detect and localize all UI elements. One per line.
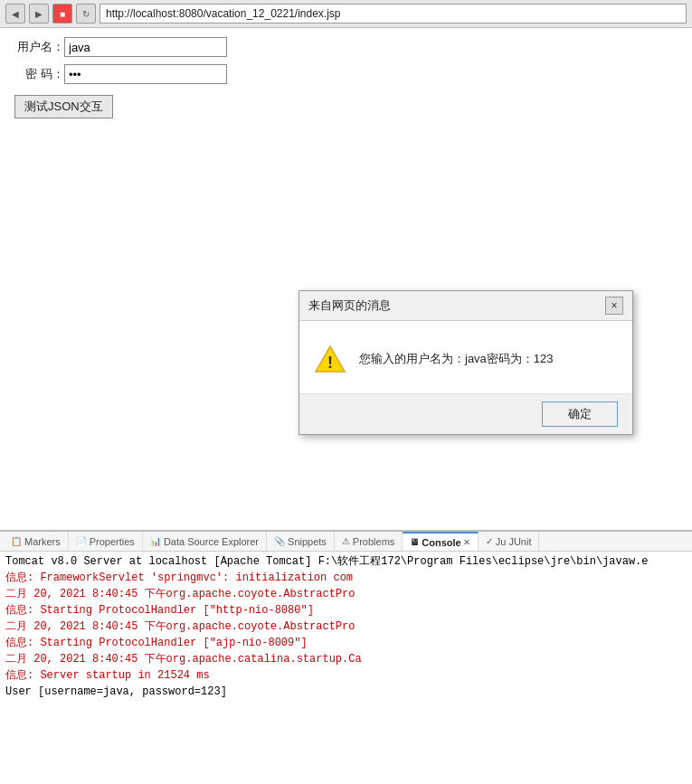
tab-properties[interactable]: 📄 Properties xyxy=(69,532,143,551)
refresh-button[interactable]: ↻ xyxy=(76,4,96,24)
dialog-message: 您输入的用户名为：java密码为：123 xyxy=(359,351,554,367)
snippets-icon: 📎 xyxy=(274,536,285,546)
stop-button[interactable]: ■ xyxy=(52,4,72,24)
tab-markers[interactable]: 📋 Markers xyxy=(4,532,69,551)
console-content[interactable]: Tomcat v8.0 Server at localhost [Apache … xyxy=(0,552,692,784)
console-line: 信息: Server startup in 21524 ms xyxy=(5,667,687,684)
page-content: 用户名： 密 码： 测试JSON交互 来自网页的消息 × ! 您输入的用户名为：… xyxy=(0,28,692,530)
console-line: 二月 20, 2021 8:40:45 下午org.apache.catalin… xyxy=(5,651,687,667)
browser-toolbar: ◀ ▶ ■ ↻ xyxy=(0,0,692,28)
console-panel: 📋 Markers 📄 Properties 📊 Data Source Exp… xyxy=(0,530,692,784)
junit-icon: ✓ xyxy=(486,536,493,546)
dialog-close-button[interactable]: × xyxy=(605,297,623,315)
dialog-titlebar: 来自网页的消息 × xyxy=(299,291,632,321)
back-button[interactable]: ◀ xyxy=(5,4,25,24)
console-line: 信息: Starting ProtocolHandler ["ajp-nio-8… xyxy=(5,635,687,651)
console-line: 二月 20, 2021 8:40:45 下午org.apache.coyote.… xyxy=(5,619,687,635)
dialog-body: ! 您输入的用户名为：java密码为：123 xyxy=(299,321,632,393)
tab-problems[interactable]: ⚠ Problems xyxy=(335,532,403,551)
tab-junit-label: Ju JUnit xyxy=(496,536,532,547)
dialog-footer: 确定 xyxy=(299,393,632,434)
markers-icon: 📋 xyxy=(11,536,22,546)
datasource-icon: 📊 xyxy=(150,536,161,546)
tab-console[interactable]: 🖥 Console ✕ xyxy=(403,532,478,551)
tab-snippets[interactable]: 📎 Snippets xyxy=(267,532,335,551)
tab-problems-label: Problems xyxy=(353,536,394,547)
console-line: 信息: Starting ProtocolHandler ["http-nio-… xyxy=(5,602,687,619)
properties-icon: 📄 xyxy=(76,536,87,546)
problems-icon: ⚠ xyxy=(342,536,350,546)
svg-text:!: ! xyxy=(327,354,333,372)
tab-snippets-label: Snippets xyxy=(288,536,327,547)
console-tabs: 📋 Markers 📄 Properties 📊 Data Source Exp… xyxy=(0,532,692,552)
tab-datasource-label: Data Source Explorer xyxy=(164,536,259,547)
tab-console-label: Console xyxy=(422,537,460,548)
console-line: Tomcat v8.0 Server at localhost [Apache … xyxy=(5,553,687,570)
console-line: 二月 20, 2021 8:40:45 下午org.apache.coyote.… xyxy=(5,586,687,602)
address-bar[interactable] xyxy=(100,4,687,24)
warning-icon: ! xyxy=(314,343,346,375)
dialog-ok-button[interactable]: 确定 xyxy=(542,401,618,427)
console-line: User [username=java, password=123] xyxy=(5,684,687,700)
console-tab-close[interactable]: ✕ xyxy=(463,538,470,547)
dialog-title: 来自网页的消息 xyxy=(308,298,391,314)
tab-junit[interactable]: ✓ Ju JUnit xyxy=(479,532,540,551)
alert-dialog: 来自网页的消息 × ! 您输入的用户名为：java密码为：123 确定 xyxy=(299,290,633,435)
console-line: 信息: FrameworkServlet 'springmvc': initia… xyxy=(5,570,687,586)
console-icon: 🖥 xyxy=(410,537,419,547)
tab-datasource[interactable]: 📊 Data Source Explorer xyxy=(143,532,267,551)
tab-properties-label: Properties xyxy=(90,536,135,547)
tab-markers-label: Markers xyxy=(24,536,61,547)
dialog-overlay: 来自网页的消息 × ! 您输入的用户名为：java密码为：123 确定 xyxy=(0,28,692,530)
forward-button[interactable]: ▶ xyxy=(29,4,49,24)
